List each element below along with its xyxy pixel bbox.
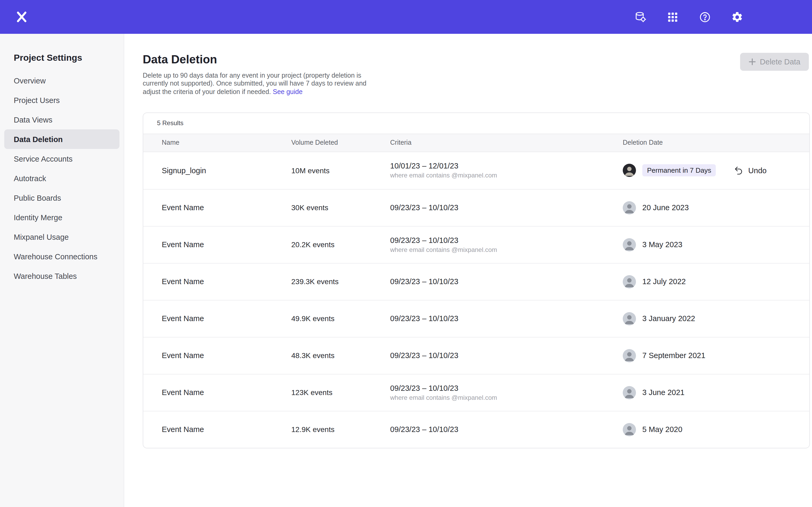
deletion-date: 20 June 2023: [642, 204, 689, 212]
row-volume: 48.3K events: [291, 351, 390, 360]
row-deletion-date: 7 September 2021: [623, 349, 799, 362]
user-avatar: [623, 275, 636, 288]
row-deletion-date: 3 June 2021: [623, 386, 799, 399]
row-criteria: 09/23/23 – 10/10/23: [390, 426, 623, 434]
row-deletion-date: Permanent in 7 Days Undo: [623, 164, 799, 177]
column-header-volume: Volume Deleted: [291, 139, 390, 147]
row-name: Event Name: [162, 351, 291, 360]
table-row: Event Name 239.3K events 09/23/23 – 10/1…: [143, 263, 809, 300]
row-criteria: 09/23/23 – 10/10/23 where email contains…: [390, 384, 623, 401]
undo-button[interactable]: Undo: [734, 166, 767, 175]
sidebar-item-service-accounts[interactable]: Service Accounts: [4, 149, 119, 168]
criteria-range: 09/23/23 – 10/10/23: [390, 351, 623, 360]
row-name: Event Name: [162, 426, 291, 434]
deletion-date: 7 September 2021: [642, 351, 706, 360]
row-criteria: 09/23/23 – 10/10/23 where email contains…: [390, 236, 623, 253]
user-avatar: [623, 238, 636, 251]
sidebar-item-public-boards[interactable]: Public Boards: [4, 188, 119, 208]
criteria-filter: where email contains @mixpanel.com: [390, 172, 623, 179]
settings-icon[interactable]: [731, 11, 743, 23]
user-avatar: [623, 312, 636, 325]
table-row: Event Name 48.3K events 09/23/23 – 10/10…: [143, 337, 809, 374]
table-header-row: Name Volume Deleted Criteria Deletion Da…: [143, 133, 809, 152]
table-row: Event Name 30K events 09/23/23 – 10/10/2…: [143, 189, 809, 226]
top-navigation-bar: [0, 0, 812, 34]
criteria-range: 09/23/23 – 10/10/23: [390, 426, 623, 434]
row-criteria: 09/23/23 – 10/10/23: [390, 204, 623, 212]
row-volume: 20.2K events: [291, 240, 390, 249]
row-criteria: 10/01/23 – 12/01/23 where email contains…: [390, 162, 623, 179]
row-criteria: 09/23/23 – 10/10/23: [390, 315, 623, 323]
criteria-range: 09/23/23 – 10/10/23: [390, 384, 623, 392]
table-row: Event Name 20.2K events 09/23/23 – 10/10…: [143, 226, 809, 263]
row-criteria: 09/23/23 – 10/10/23: [390, 351, 623, 360]
row-name: Event Name: [162, 240, 291, 249]
sidebar-item-warehouse-tables[interactable]: Warehouse Tables: [4, 266, 119, 286]
deletion-date: 5 May 2020: [642, 426, 682, 434]
help-icon[interactable]: [699, 11, 711, 23]
plus-icon: [749, 58, 756, 65]
row-deletion-date: 3 January 2022: [623, 312, 799, 325]
sidebar-item-overview[interactable]: Overview: [4, 71, 119, 90]
row-name: Event Name: [162, 278, 291, 286]
user-avatar: [623, 386, 636, 399]
criteria-range: 09/23/23 – 10/10/23: [390, 204, 623, 212]
row-criteria: 09/23/23 – 10/10/23: [390, 278, 623, 286]
deletion-requests-card: 5 Results Name Volume Deleted Criteria D…: [143, 112, 810, 448]
criteria-range: 09/23/23 – 10/10/23: [390, 236, 623, 244]
sidebar-item-mixpanel-usage[interactable]: Mixpanel Usage: [4, 227, 119, 247]
row-volume: 123K events: [291, 388, 390, 397]
permanent-status-badge: Permanent in 7 Days: [642, 165, 716, 177]
row-volume: 10M events: [291, 166, 390, 175]
mixpanel-logo-icon[interactable]: [15, 10, 29, 24]
user-avatar: [623, 349, 636, 362]
row-name: Event Name: [162, 388, 291, 397]
main-content: Data Deletion Delete up to 90 days data …: [124, 34, 812, 507]
deletion-date: 3 May 2023: [642, 240, 682, 249]
undo-icon: [734, 166, 744, 175]
results-count: 5 Results: [143, 113, 809, 133]
delete-data-button[interactable]: Delete Data: [741, 53, 809, 71]
table-row: Event Name 123K events 09/23/23 – 10/10/…: [143, 374, 809, 411]
row-name: Signup_login: [162, 166, 291, 175]
criteria-range: 09/23/23 – 10/10/23: [390, 315, 623, 323]
sidebar-item-data-views[interactable]: Data Views: [4, 110, 119, 129]
table-row: Event Name 49.9K events 09/23/23 – 10/10…: [143, 300, 809, 337]
sidebar-item-autotrack[interactable]: Autotrack: [4, 168, 119, 188]
deletion-date: 12 July 2022: [642, 278, 686, 286]
page-description: Delete up to 90 days data for any event …: [143, 72, 377, 96]
row-deletion-date: 12 July 2022: [623, 275, 799, 288]
column-header-criteria: Criteria: [390, 139, 623, 147]
column-header-name: Name: [162, 139, 291, 147]
row-deletion-date: 5 May 2020: [623, 423, 799, 436]
criteria-range: 10/01/23 – 12/01/23: [390, 162, 623, 170]
user-avatar: [623, 423, 636, 436]
app-window: Project Settings Overview Project Users …: [0, 0, 812, 507]
user-avatar: [623, 201, 636, 214]
row-name: Event Name: [162, 315, 291, 323]
row-deletion-date: 3 May 2023: [623, 238, 799, 251]
sidebar-item-project-users[interactable]: Project Users: [4, 90, 119, 110]
sidebar-item-warehouse-connections[interactable]: Warehouse Connections: [4, 247, 119, 266]
deletion-date: 3 June 2021: [642, 388, 684, 397]
column-header-deletion-date: Deletion Date: [623, 139, 799, 147]
sidebar-item-identity-merge[interactable]: Identity Merge: [4, 208, 119, 227]
data-management-icon[interactable]: [635, 11, 647, 23]
table-row: Event Name 12.9K events 09/23/23 – 10/10…: [143, 411, 809, 448]
row-volume: 239.3K events: [291, 278, 390, 286]
table-row: Signup_login 10M events 10/01/23 – 12/01…: [143, 152, 809, 189]
row-name: Event Name: [162, 204, 291, 212]
topbar-icons: [635, 11, 743, 23]
settings-sidebar: Project Settings Overview Project Users …: [0, 34, 124, 507]
criteria-filter: where email contains @mixpanel.com: [390, 246, 623, 253]
user-avatar: [623, 164, 636, 177]
sidebar-item-data-deletion[interactable]: Data Deletion: [4, 129, 119, 149]
apps-grid-icon[interactable]: [667, 11, 679, 23]
deletion-date: 3 January 2022: [642, 315, 695, 323]
page-title: Data Deletion: [143, 53, 810, 66]
row-deletion-date: 20 June 2023: [623, 201, 799, 214]
sidebar-title: Project Settings: [0, 53, 124, 63]
see-guide-link[interactable]: See guide: [273, 88, 303, 95]
row-volume: 49.9K events: [291, 315, 390, 323]
criteria-range: 09/23/23 – 10/10/23: [390, 278, 623, 286]
